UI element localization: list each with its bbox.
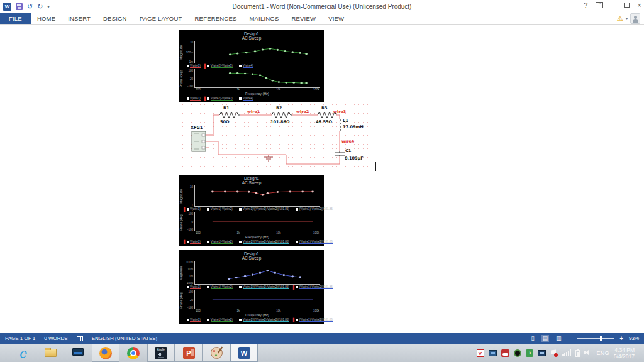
input-language-indicator[interactable]: ENG bbox=[597, 350, 609, 356]
zoom-in-button[interactable]: + bbox=[619, 335, 623, 342]
frequency-axis-ticks: 100 1k 10k 100k bbox=[194, 231, 320, 235]
warning-dropdown-icon[interactable]: ▾ bbox=[626, 16, 628, 21]
user-avatar[interactable] bbox=[630, 13, 640, 24]
page-indicator[interactable]: PAGE 1 OF 1 bbox=[5, 336, 35, 341]
zoom-slider[interactable] bbox=[577, 338, 614, 339]
legend-checkbox[interactable] bbox=[207, 208, 209, 211]
legend-checkbox[interactable] bbox=[187, 65, 189, 67]
repeat-icon[interactable]: ↻ bbox=[37, 3, 43, 10]
legend-checkbox[interactable] bbox=[239, 319, 242, 321]
legend-checkbox[interactable] bbox=[239, 65, 242, 67]
legend-checkbox[interactable] bbox=[187, 97, 189, 100]
embedded-chart-blue[interactable]: Design1 AC Sweep Magnitude 100m 10m 1m 1… bbox=[179, 250, 324, 324]
taskbar-word[interactable]: W bbox=[230, 344, 258, 362]
clock-date: 5/4/2017 bbox=[614, 353, 635, 359]
legend-label: (V(wire1)-V(wire2))/101.86 bbox=[299, 207, 333, 211]
tab-view[interactable]: VIEW bbox=[322, 13, 350, 24]
proofing-icon[interactable] bbox=[77, 336, 83, 341]
resistor-r1 bbox=[219, 112, 240, 118]
close-button[interactable]: × bbox=[638, 1, 641, 9]
taskbar-paint[interactable] bbox=[203, 344, 230, 362]
zoom-out-button[interactable]: – bbox=[569, 335, 572, 342]
legend-checkbox[interactable] bbox=[207, 241, 209, 243]
print-layout-button[interactable]: ▤ bbox=[541, 335, 550, 342]
legend-checkbox[interactable] bbox=[239, 208, 242, 211]
tab-home[interactable]: HOME bbox=[31, 13, 62, 24]
legend-checkbox[interactable] bbox=[187, 241, 189, 243]
chart-legend: V(wire1) V(wire1)-V(wire2) V(wire1)/((V(… bbox=[179, 317, 324, 322]
legend-checkbox[interactable] bbox=[239, 97, 242, 100]
activation-warning-icon[interactable]: ⚠ bbox=[617, 15, 623, 22]
legend-checkbox[interactable] bbox=[296, 319, 298, 321]
taskbar-display-app[interactable] bbox=[64, 344, 92, 362]
frequency-axis-ticks: 100 1k 10k 100k bbox=[194, 88, 320, 92]
taskbar-kindle[interactable]: kindle bbox=[147, 344, 175, 362]
legend-checkbox[interactable] bbox=[239, 241, 242, 243]
document-page[interactable]: Design1 AC Sweep Magnitude 10 100m 1m V(… bbox=[0, 25, 644, 333]
legend-checkbox[interactable] bbox=[187, 208, 189, 211]
legend-label: V(wire1) bbox=[190, 64, 201, 68]
antivirus-tray-icon[interactable]: V bbox=[477, 349, 484, 357]
minimize-button[interactable]: – bbox=[611, 1, 615, 9]
magnitude-axis-label: Magnitude bbox=[179, 261, 185, 285]
web-layout-button[interactable]: ▥ bbox=[555, 335, 563, 342]
magnitude-plot bbox=[194, 185, 320, 207]
tab-insert[interactable]: INSERT bbox=[62, 13, 97, 24]
restore-button[interactable] bbox=[624, 3, 630, 8]
taskbar-powerpoint[interactable]: P bbox=[175, 344, 203, 362]
taskbar-chrome[interactable] bbox=[119, 344, 147, 362]
tab-design[interactable]: DESIGN bbox=[97, 13, 133, 24]
display-tray-icon[interactable] bbox=[489, 350, 497, 356]
undo-icon[interactable]: ↺ bbox=[27, 3, 33, 10]
language-indicator[interactable]: ENGLISH (UNITED STATES) bbox=[92, 336, 158, 341]
taskbar-clock[interactable]: 4:34 PM 5/4/2017 bbox=[614, 346, 641, 360]
legend-checkbox[interactable] bbox=[296, 208, 298, 211]
signal-strength-icon[interactable] bbox=[562, 349, 571, 356]
network-status-icon[interactable] bbox=[550, 349, 558, 357]
zoom-level[interactable]: 93% bbox=[629, 336, 639, 341]
battery-icon[interactable] bbox=[575, 350, 580, 357]
legend-checkbox[interactable] bbox=[239, 286, 242, 288]
legend-checkbox[interactable] bbox=[207, 65, 209, 67]
legend-checkbox[interactable] bbox=[296, 241, 298, 243]
embedded-chart-green[interactable]: Design1 AC Sweep Magnitude 10 100m 1m V(… bbox=[179, 30, 324, 102]
chart-subtitle: AC Sweep bbox=[179, 256, 324, 260]
c1-ref: C1 bbox=[345, 148, 352, 153]
zoom-slider-thumb[interactable] bbox=[600, 336, 602, 341]
taskbar-file-explorer[interactable] bbox=[36, 344, 64, 362]
save-icon[interactable] bbox=[16, 3, 23, 10]
chart-subtitle: AC Sweep bbox=[179, 36, 324, 40]
legend-checkbox[interactable] bbox=[207, 319, 209, 321]
embedded-circuit-schematic[interactable]: XFG1 R1 50Ω R2 101.86Ω R3 46.55Ω L1 17.0… bbox=[180, 102, 370, 170]
legend-label: V(wire1) bbox=[190, 97, 201, 101]
taskbar-internet-explorer[interactable]: e bbox=[9, 344, 36, 362]
customize-quick-access-icon[interactable]: ▾ bbox=[47, 4, 49, 9]
taskbar-firefox[interactable] bbox=[92, 344, 119, 362]
media-tray-icon[interactable] bbox=[538, 350, 546, 356]
legend-checkbox[interactable] bbox=[187, 286, 189, 288]
tab-file[interactable]: FILE bbox=[0, 13, 31, 24]
car-app-tray-icon[interactable] bbox=[501, 349, 509, 357]
volume-icon[interactable] bbox=[584, 349, 592, 356]
sync-tray-icon[interactable]: ➜ bbox=[526, 349, 533, 357]
word-count[interactable]: 0 WORDS bbox=[44, 336, 67, 341]
webcam-tray-icon[interactable] bbox=[514, 349, 521, 357]
read-mode-button[interactable]: ▯ bbox=[530, 335, 536, 342]
inductor-l1 bbox=[340, 119, 340, 131]
tab-mailings[interactable]: MAILINGS bbox=[243, 13, 285, 24]
legend-checkbox[interactable] bbox=[207, 97, 209, 100]
r2-ref: R2 bbox=[276, 106, 282, 111]
legend-checkbox[interactable] bbox=[207, 286, 209, 288]
tab-page-layout[interactable]: PAGE LAYOUT bbox=[133, 13, 189, 24]
word-app-icon[interactable]: W bbox=[3, 3, 11, 11]
chart-subtitle: AC Sweep bbox=[179, 180, 324, 185]
embedded-chart-red[interactable]: Design1 AC Sweep Magnitude 10 1 ▌V(wire1… bbox=[179, 175, 324, 246]
windows-taskbar: e kindle P W V ➜ ENG 4:34 PM 5/4/2017 bbox=[0, 344, 644, 362]
system-tray: V ➜ ENG 4:34 PM 5/4/2017 bbox=[477, 344, 641, 362]
ribbon-display-options-button[interactable]: ^ bbox=[596, 2, 603, 8]
legend-checkbox[interactable] bbox=[187, 319, 189, 321]
tab-references[interactable]: REFERENCES bbox=[189, 13, 243, 24]
tab-review[interactable]: REVIEW bbox=[285, 13, 322, 24]
legend-checkbox[interactable] bbox=[296, 286, 298, 288]
help-button[interactable]: ? bbox=[584, 1, 587, 9]
